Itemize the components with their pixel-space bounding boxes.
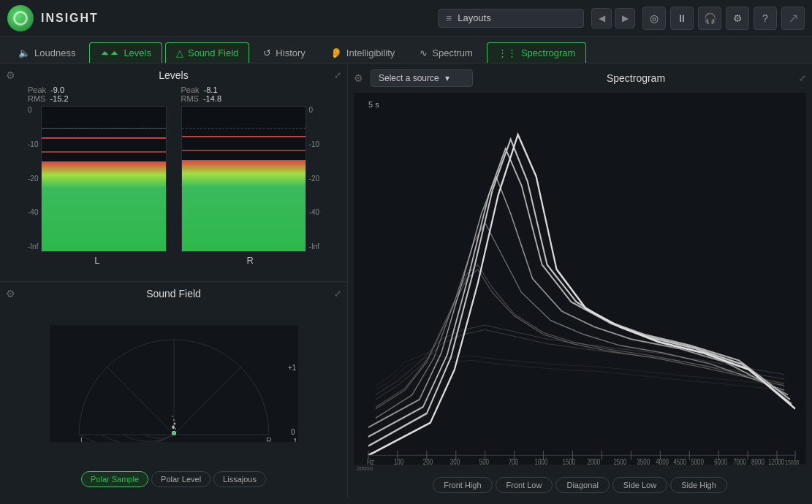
tab-levels[interactable]: ⏶⏶ Levels xyxy=(89,42,162,63)
spectrogram-expand-icon[interactable]: ⤢ xyxy=(799,73,806,83)
soundfield-gear-icon[interactable]: ⚙ xyxy=(6,288,15,299)
channel-R-rms-row: RMS -14.8 xyxy=(181,94,222,103)
spectrogram-header: ⚙ Select a source ▾ Spectrogram ⤢ xyxy=(354,69,806,87)
channel-R-rms: -14.8 xyxy=(203,94,221,103)
svg-point-12 xyxy=(172,425,174,427)
spectrogram-time-label: 5 s xyxy=(368,100,379,109)
tab-spectrum[interactable]: ∿ Spectrum xyxy=(409,42,484,63)
spectrogram-gear-icon[interactable]: ⚙ xyxy=(354,72,363,84)
polar-display: +1 0 -1 L R xyxy=(6,304,341,467)
channel-L-label: L xyxy=(94,255,99,266)
channel-L-meter: 0 -10 -20 -40 -Inf xyxy=(28,106,167,252)
levels-tab-icon: ⏶⏶ xyxy=(100,47,119,58)
spec-tab-front-low[interactable]: Front Low xyxy=(496,477,553,493)
antenna-button[interactable]: ↗ xyxy=(781,7,805,30)
svg-text:4500: 4500 xyxy=(673,458,686,465)
spec-tab-front-high[interactable]: Front High xyxy=(433,477,492,493)
spectrogram-area: 5 s xyxy=(354,93,806,465)
svg-text:700: 700 xyxy=(509,458,518,465)
prev-layout-button[interactable]: ◀ xyxy=(591,8,612,28)
scale-10-r: -10 xyxy=(309,140,319,148)
levels-title: Levels xyxy=(159,69,188,81)
levels-expand-icon[interactable]: ⤢ xyxy=(334,70,341,80)
channel-L-rms: -15.2 xyxy=(50,94,68,103)
levels-header: ⚙ Levels ⤢ xyxy=(6,69,341,81)
soundfield-section: ⚙ Sound Field ⤢ xyxy=(0,282,347,500)
channel-L-peak: -9.0 xyxy=(50,85,64,94)
levels-content: Peak -9.0 RMS -15.2 0 -10 -20 xyxy=(6,85,341,270)
soundfield-tab-label: Sound Field xyxy=(188,47,238,58)
layouts-label: Layouts xyxy=(458,12,576,23)
tab-intelligibility[interactable]: 👂 Intelligibility xyxy=(319,42,406,63)
intelligibility-tab-label: Intelligibility xyxy=(346,47,395,58)
main-content: ⚙ Levels ⤢ Peak -9.0 RMS -15.2 xyxy=(0,64,812,499)
intelligibility-tab-icon: 👂 xyxy=(330,47,342,58)
channel-R-scale: 0 -10 -20 -40 -Inf xyxy=(306,106,319,252)
spectrum-tab-icon: ∿ xyxy=(420,47,428,58)
history-tab-label: History xyxy=(276,47,305,58)
spec-tab-side-high[interactable]: Side High xyxy=(670,477,727,493)
right-panel: ⚙ Select a source ▾ Spectrogram ⤢ 5 s xyxy=(348,64,812,499)
spectrum-tab-label: Spectrum xyxy=(432,47,473,58)
next-layout-button[interactable]: ▶ xyxy=(615,8,635,28)
source-select-label: Select a source xyxy=(379,73,439,83)
header-icons: ◎ ⏸ 🎧 ⚙ ? ↗ xyxy=(642,7,805,30)
svg-text:8000: 8000 xyxy=(751,458,764,465)
scale-10: -10 xyxy=(28,140,38,148)
app-title: INSIGHT xyxy=(41,12,99,25)
channel-R-meter: 0 -10 -20 -40 -Inf xyxy=(181,106,320,252)
settings-button[interactable]: ⚙ xyxy=(726,7,749,30)
sf-tab-polar-sample[interactable]: Polar Sample xyxy=(81,471,148,487)
channel-L: Peak -9.0 RMS -15.2 0 -10 -20 xyxy=(28,85,167,270)
svg-text:2500: 2500 xyxy=(613,458,626,465)
svg-text:3500: 3500 xyxy=(637,458,650,465)
levels-tab-label: Levels xyxy=(124,47,151,58)
levels-section: ⚙ Levels ⤢ Peak -9.0 RMS -15.2 xyxy=(0,64,347,282)
scale-0: 0 xyxy=(28,106,38,114)
header: INSIGHT ≡ Layouts ◀ ▶ ◎ ⏸ 🎧 ⚙ ? ↗ xyxy=(0,0,812,37)
tab-history[interactable]: ↺ History xyxy=(252,42,316,63)
spec-tab-diagonal[interactable]: Diagonal xyxy=(555,477,609,493)
svg-text:1000: 1000 xyxy=(535,458,548,465)
channel-L-rms-line xyxy=(42,151,165,153)
svg-rect-19 xyxy=(354,93,806,465)
headset-button[interactable]: 🎧 xyxy=(698,7,721,30)
sf-tab-lissajous[interactable]: Lissajous xyxy=(213,471,266,487)
help-button[interactable]: ? xyxy=(754,7,777,30)
channel-L-peak-row: Peak -9.0 xyxy=(28,85,64,94)
soundfield-expand-icon[interactable]: ⤢ xyxy=(334,289,341,299)
svg-point-8 xyxy=(173,423,175,425)
source-dropdown-icon: ▾ xyxy=(445,73,449,83)
channel-L-bar xyxy=(42,161,165,251)
logo-inner xyxy=(13,11,28,26)
spectrogram-tab-label: Spectrogram xyxy=(521,47,575,58)
tab-spectrogram[interactable]: ⋮⋮ Spectrogram xyxy=(487,42,586,63)
source-select-dropdown[interactable]: Select a source ▾ xyxy=(371,69,473,87)
spec-tab-side-low[interactable]: Side Low xyxy=(612,477,667,493)
svg-point-10 xyxy=(172,416,173,417)
channel-R-bar-container xyxy=(181,106,306,252)
left-panel: ⚙ Levels ⤢ Peak -9.0 RMS -15.2 xyxy=(0,64,348,499)
headphone-button[interactable]: ◎ xyxy=(642,7,666,30)
freq-20000: 20000 xyxy=(357,465,373,472)
pause-button[interactable]: ⏸ xyxy=(670,7,694,30)
channel-R-stats: Peak -8.1 RMS -14.8 xyxy=(181,85,320,103)
levels-gear-icon[interactable]: ⚙ xyxy=(6,69,15,81)
sf-tab-polar-level[interactable]: Polar Level xyxy=(151,471,210,487)
svg-text:300: 300 xyxy=(450,458,460,465)
spectrogram-bottom-tabs: Front High Front Low Diagonal Side Low S… xyxy=(354,477,806,493)
svg-text:500: 500 xyxy=(479,458,489,465)
channel-L-stats: Peak -9.0 RMS -15.2 xyxy=(28,85,167,103)
layouts-bar[interactable]: ≡ Layouts xyxy=(438,9,584,28)
svg-text:-1: -1 xyxy=(291,438,297,442)
channel-R-peak: -8.1 xyxy=(204,85,218,94)
scale-20: -20 xyxy=(28,175,38,183)
tab-soundfield[interactable]: △ Sound Field xyxy=(165,42,249,63)
scale-20-r: -20 xyxy=(309,175,319,183)
svg-text:6000: 6000 xyxy=(714,458,727,465)
scale-40: -40 xyxy=(28,208,38,216)
spectrogram-3d-svg: Hz 100 200 300 500 700 1000 1500 2000 25… xyxy=(354,93,806,465)
channel-L-bar-container xyxy=(41,106,166,252)
tab-loudness[interactable]: 🔈 Loudness xyxy=(7,42,86,63)
layouts-menu-icon: ≡ xyxy=(446,12,452,24)
